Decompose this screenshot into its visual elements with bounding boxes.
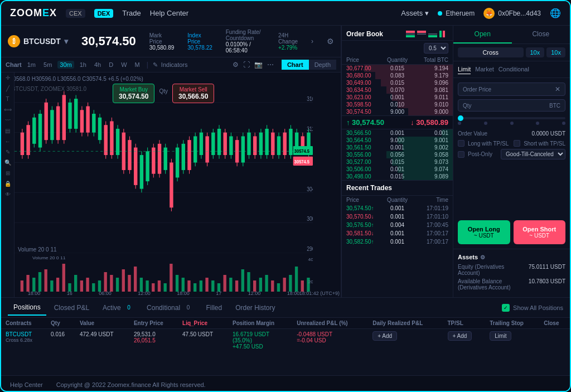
chart-type-depth[interactable]: Depth — [309, 60, 336, 70]
svg-rect-171 — [417, 33, 426, 35]
fib-tool[interactable]: 〰 — [5, 117, 11, 123]
qty-slider[interactable] — [458, 117, 565, 119]
order-book-asks: 30,677.000.0159.194 30,680.000.0839.179 … — [342, 65, 453, 115]
chart-tool9[interactable]: ⊞ — [6, 170, 10, 176]
timeframe-m[interactable]: M — [133, 61, 142, 69]
eye-tool[interactable]: 👁 — [5, 191, 11, 197]
assets-settings-icon[interactable]: ⚙ — [480, 254, 485, 260]
help-link[interactable]: Help Center — [150, 9, 188, 17]
svg-rect-155 — [259, 278, 262, 292]
timeframe-4h[interactable]: 4h — [92, 61, 103, 69]
cex-tag[interactable]: CEX — [66, 9, 85, 18]
ob-view-all-icon[interactable] — [406, 31, 415, 37]
chart-settings-icon[interactable]: ⚙ — [233, 61, 239, 69]
btab-filled[interactable]: Filled — [200, 301, 228, 315]
leverage-val1[interactable]: 10x — [526, 47, 545, 57]
line-tool[interactable]: ╱ — [6, 85, 9, 91]
lock-tool[interactable]: 🔒 — [4, 181, 11, 187]
depth-select[interactable]: 0.515 — [424, 43, 448, 54]
long-tpsl-row: Long with TP/SL Short with TP/SL — [458, 140, 565, 147]
short-tpsl-checkbox[interactable] — [514, 140, 520, 147]
cross-leverage-btn[interactable]: Cross — [458, 47, 524, 57]
type-limit[interactable]: Limit — [458, 65, 471, 74]
measure-tool[interactable]: ⟺ — [4, 107, 12, 113]
screenshot-icon[interactable]: 📷 — [254, 61, 263, 69]
slider-dot-100[interactable] — [562, 122, 565, 125]
btab-conditional[interactable]: Conditional 0 — [141, 300, 198, 316]
timeframe-1m[interactable]: 1m — [25, 61, 38, 69]
svg-rect-153 — [247, 272, 250, 292]
price-scale — [314, 72, 340, 253]
leverage-row: Cross 10x 10x — [453, 44, 570, 61]
chart-type-chart[interactable]: Chart — [282, 60, 309, 70]
settings-icon[interactable]: ⚙ — [327, 37, 334, 46]
svg-rect-170 — [417, 31, 426, 33]
btab-active[interactable]: Active 0 — [97, 300, 139, 316]
dex-tag[interactable]: DEX — [94, 9, 114, 18]
indicators-button[interactable]: Indicators — [161, 61, 188, 68]
crosshair-tool[interactable]: ✛ — [6, 75, 10, 81]
show-all-checkbox[interactable]: ✓ — [502, 304, 510, 312]
positions-ptable: Contracts Qty Value Entry Price Liq_Pric… — [1, 318, 570, 352]
rt-row: 30,582.50↑0.00117:00:17 — [342, 238, 453, 246]
timeframe-1h[interactable]: 1h — [78, 61, 89, 69]
assets-button[interactable]: Assets ▾ — [401, 9, 429, 17]
slider-dot-50[interactable] — [510, 122, 514, 125]
ticker-expand-icon[interactable]: › — [311, 37, 313, 45]
gtc-select[interactable]: Good-Till-Canceled — [501, 149, 565, 159]
checkboxes: Long with TP/SL Short with TP/SL Post-On… — [458, 140, 565, 159]
timeframe-5m[interactable]: 5m — [41, 61, 54, 69]
leverage-val2[interactable]: 10x — [546, 47, 565, 57]
ob-view-asks-icon[interactable] — [417, 31, 426, 37]
slider-dot-25[interactable] — [484, 122, 487, 125]
tpsl-add-button[interactable]: + Add — [372, 331, 397, 341]
ob-view-bids-icon[interactable] — [428, 31, 437, 37]
slider-dot-0[interactable] — [458, 122, 461, 125]
panel-tool[interactable]: ▤ — [5, 128, 10, 134]
qty-input[interactable] — [472, 102, 549, 109]
slider-container — [458, 115, 565, 127]
ticker-symbol[interactable]: ₿ BTCUSDT ▾ — [8, 35, 68, 47]
svg-rect-129 — [104, 272, 107, 292]
position-row: BTCUSDT Cross 6.28x 0.016 472.49 USDT 29… — [1, 329, 570, 352]
btab-positions[interactable]: Positions — [8, 300, 46, 316]
open-long-button[interactable]: Open Long ~ USDT — [458, 220, 510, 244]
type-market[interactable]: Market — [475, 65, 494, 74]
of-tab-close[interactable]: Close — [512, 26, 570, 43]
zoom-tool[interactable]: 🔍 — [4, 159, 11, 166]
show-all-positions[interactable]: ✓ Show All Positions — [502, 304, 563, 312]
svg-text:31200.0: 31200.0 — [307, 125, 313, 132]
drawing-tools-icon[interactable]: ✎ — [153, 61, 158, 69]
marker-tool[interactable]: ✎ — [6, 149, 10, 155]
ob-bid-row: 30,498.000.0159.089 — [342, 173, 453, 180]
text-tool[interactable]: T — [6, 96, 9, 102]
svg-rect-152 — [241, 269, 244, 292]
trailing-add-button[interactable]: + Add — [448, 331, 472, 341]
qty-unit: BTC — [549, 103, 560, 109]
timeframe-30m[interactable]: 30m — [57, 61, 74, 69]
footer-help-link[interactable]: Help Center — [10, 381, 43, 388]
close-limit-button[interactable]: Limit — [490, 331, 511, 341]
post-only-checkbox[interactable] — [458, 151, 464, 158]
slider-dot-75[interactable] — [536, 122, 539, 125]
order-book-mid: ↑ 30,574.50 ↓ 30,580.89 — [342, 115, 453, 129]
btab-order-history[interactable]: Order History — [230, 301, 280, 315]
btab-closed-pnl[interactable]: Closed P&L — [49, 301, 95, 315]
clear-order-price-icon[interactable]: ✕ — [555, 85, 560, 93]
position-daily-pnl: -0.0488 USDT =-0.04 USD — [292, 329, 368, 352]
order-price-input[interactable] — [491, 86, 555, 93]
of-tab-open[interactable]: Open — [453, 26, 512, 43]
globe-icon[interactable]: 🌐 — [550, 8, 561, 18]
ob-view-trades-icon[interactable] — [439, 31, 448, 37]
type-conditional[interactable]: Conditional — [499, 65, 529, 74]
long-tpsl-checkbox[interactable] — [458, 140, 464, 147]
timeframe-d[interactable]: D — [107, 61, 115, 69]
timeframe-w[interactable]: W — [119, 61, 129, 69]
more-icon[interactable]: ⋯ — [267, 61, 274, 69]
trade-link[interactable]: Trade — [122, 9, 141, 17]
open-short-button[interactable]: Open Short ~ USDT — [514, 220, 566, 244]
back-tool[interactable]: ← — [5, 138, 11, 144]
wallet-info[interactable]: 🦊 0x0Fbe...4d43 — [483, 8, 541, 19]
fullscreen-icon[interactable]: ⛶ — [243, 61, 250, 69]
ticker-mark-price: Mark Price 30,580.89 — [149, 32, 175, 51]
